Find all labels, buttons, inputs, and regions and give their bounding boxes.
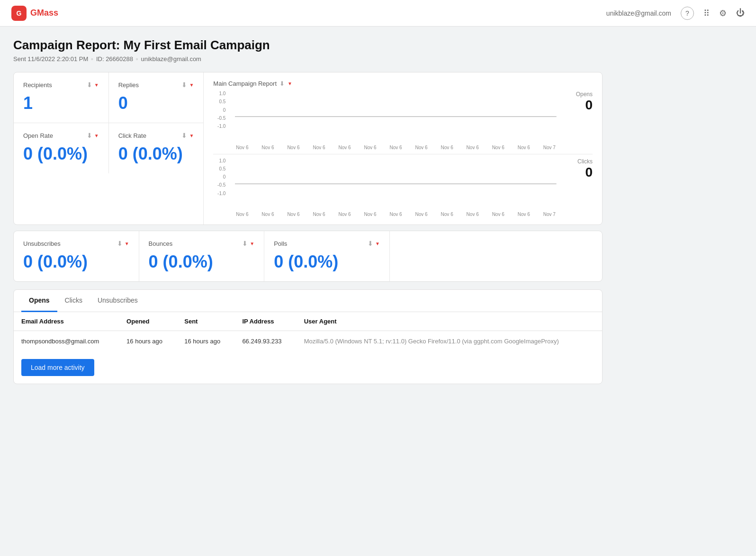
clicks-right-label: Clicks 0 — [564, 158, 593, 180]
campaign-user: unikblaze@gmail.com — [141, 55, 201, 63]
opens-chart-area: Nov 6Nov 6Nov 6Nov 6Nov 6Nov 6Nov 6Nov 6… — [235, 91, 557, 150]
clicks-chart-wrap: 1.0 0.5 0 -0.5 -1.0 Nov 6Nov 6Nov 6Nov 6… — [213, 158, 593, 217]
open-rate-value: 0 (0.0%) — [23, 144, 99, 164]
open-rate-card: Open Rate ⬇ ▼ 0 (0.0%) — [14, 123, 109, 173]
opens-chart-svg — [235, 91, 557, 143]
unsubscribes-actions: ⬇ ▼ — [117, 240, 129, 247]
bounces-value: 0 (0.0%) — [149, 252, 255, 272]
header-right: unikblaze@gmail.com ? ⠿ ⚙ ⏻ — [606, 7, 745, 20]
click-rate-card: Click Rate ⬇ ▼ 0 (0.0%) — [109, 123, 204, 173]
logo: G GMass — [11, 6, 58, 21]
bounces-download-icon[interactable]: ⬇ — [242, 240, 248, 247]
bottom-spacer — [390, 231, 602, 281]
polls-card: Polls ⬇ ▼ 0 (0.0%) — [264, 231, 390, 281]
row-sent: 16 hours ago — [177, 331, 234, 352]
replies-dropdown-icon[interactable]: ▼ — [189, 82, 194, 88]
unsubscribes-value: 0 (0.0%) — [23, 252, 129, 272]
row-user-agent: Mozilla/5.0 (Windows NT 5.1; rv:11.0) Ge… — [297, 331, 602, 352]
bounces-card: Bounces ⬇ ▼ 0 (0.0%) — [139, 231, 265, 281]
activity-table: Email Address Opened Sent IP Address Use… — [14, 312, 602, 351]
main-content: Campaign Report: My First Email Campaign… — [0, 27, 616, 395]
click-rate-download-icon[interactable]: ⬇ — [181, 132, 187, 139]
click-rate-actions: ⬇ ▼ — [181, 132, 194, 139]
clicks-chart-area: Nov 6Nov 6Nov 6Nov 6Nov 6Nov 6Nov 6Nov 6… — [235, 158, 557, 217]
tabs-section: Opens Clicks Unsubscribes Email Address … — [13, 289, 603, 384]
replies-actions: ⬇ ▼ — [181, 81, 194, 89]
replies-download-icon[interactable]: ⬇ — [181, 81, 187, 89]
replies-card: Replies ⬇ ▼ 0 — [109, 72, 204, 123]
polls-download-icon[interactable]: ⬇ — [368, 240, 373, 247]
col-opened: Opened — [119, 312, 177, 331]
col-ip: IP Address — [234, 312, 296, 331]
col-user-agent: User Agent — [297, 312, 602, 331]
unsubscribes-download-icon[interactable]: ⬇ — [117, 240, 123, 247]
campaign-id: ID: 26660288 — [96, 55, 133, 63]
tab-clicks[interactable]: Clicks — [57, 290, 90, 312]
click-rate-dropdown-icon[interactable]: ▼ — [189, 133, 194, 138]
open-rate-download-icon[interactable]: ⬇ — [87, 132, 92, 139]
page-subtitle: Sent 11/6/2022 2:20:01 PM ◦ ID: 26660288… — [13, 55, 603, 63]
chart-dropdown-icon[interactable]: ▼ — [288, 81, 292, 86]
tab-opens[interactable]: Opens — [21, 290, 57, 312]
unsubscribes-dropdown-icon[interactable]: ▼ — [125, 241, 129, 246]
clicks-chart-svg — [235, 158, 557, 210]
recipients-download-icon[interactable]: ⬇ — [87, 81, 92, 89]
header: G GMass unikblaze@gmail.com ? ⠿ ⚙ ⏻ — [0, 0, 756, 27]
grid-icon[interactable]: ⠿ — [703, 8, 710, 18]
chart-title: Main Campaign Report ⬇ ▼ — [213, 80, 593, 87]
tab-unsubscribes[interactable]: Unsubscribes — [90, 290, 145, 312]
table-body: thompsondboss@gmail.com 16 hours ago 16 … — [14, 331, 602, 352]
replies-label: Replies ⬇ ▼ — [118, 81, 194, 89]
sent-info: Sent 11/6/2022 2:20:01 PM — [13, 55, 88, 63]
polls-dropdown-icon[interactable]: ▼ — [375, 241, 380, 246]
bounces-dropdown-icon[interactable]: ▼ — [250, 241, 254, 246]
bounces-actions: ⬇ ▼ — [242, 240, 254, 247]
col-sent: Sent — [177, 312, 234, 331]
replies-value: 0 — [118, 93, 194, 113]
click-rate-value: 0 (0.0%) — [118, 144, 194, 164]
clicks-x-labels: Nov 6Nov 6Nov 6Nov 6Nov 6Nov 6Nov 6Nov 6… — [235, 212, 557, 217]
chart-download-icon[interactable]: ⬇ — [279, 80, 285, 87]
open-rate-label: Open Rate ⬇ ▼ — [23, 132, 99, 139]
click-rate-label: Click Rate ⬇ ▼ — [118, 132, 194, 139]
load-more-button[interactable]: Load more activity — [21, 359, 94, 376]
table-row: thompsondboss@gmail.com 16 hours ago 16 … — [14, 331, 602, 352]
power-icon[interactable]: ⏻ — [736, 8, 745, 18]
recipients-value: 1 — [23, 93, 99, 113]
settings-icon[interactable]: ⚙ — [719, 8, 727, 18]
table-head: Email Address Opened Sent IP Address Use… — [14, 312, 602, 331]
open-rate-actions: ⬇ ▼ — [87, 132, 99, 139]
stats-top: Recipients ⬇ ▼ 1 Replies ⬇ — [14, 72, 602, 224]
open-rate-dropdown-icon[interactable]: ▼ — [94, 133, 99, 138]
recipients-card: Recipients ⬇ ▼ 1 — [14, 72, 109, 123]
tabs-header: Opens Clicks Unsubscribes — [14, 290, 602, 312]
row-opened: 16 hours ago — [119, 331, 177, 352]
opens-x-labels: Nov 6Nov 6Nov 6Nov 6Nov 6Nov 6Nov 6Nov 6… — [235, 145, 557, 150]
col-email: Email Address — [14, 312, 119, 331]
table-wrap: Email Address Opened Sent IP Address Use… — [14, 312, 602, 351]
chart-section: Main Campaign Report ⬇ ▼ 1.0 0.5 0 -0.5 … — [203, 72, 602, 224]
stats-row-1: Recipients ⬇ ▼ 1 Replies ⬇ — [14, 72, 203, 123]
row-ip: 66.249.93.233 — [234, 331, 296, 352]
stats-row-2: Open Rate ⬇ ▼ 0 (0.0%) Click Rate — [14, 123, 203, 173]
polls-actions: ⬇ ▼ — [368, 240, 380, 247]
logo-icon: G — [11, 6, 27, 21]
opens-chart-wrap: 1.0 0.5 0 -0.5 -1.0 Nov 6Nov 6Nov 6Nov 6… — [213, 91, 593, 150]
logo-text: GMass — [30, 8, 58, 18]
chart-divider — [213, 154, 593, 154]
page-title: Campaign Report: My First Email Campaign — [13, 38, 603, 53]
recipients-label: Recipients ⬇ ▼ — [23, 81, 99, 89]
user-email: unikblaze@gmail.com — [606, 9, 671, 17]
load-more-area: Load more activity — [14, 351, 602, 384]
bottom-stats-section: Unsubscribes ⬇ ▼ 0 (0.0%) Bounces ⬇ ▼ 0 … — [13, 231, 603, 282]
stats-left: Recipients ⬇ ▼ 1 Replies ⬇ — [14, 72, 203, 224]
recipients-actions: ⬇ ▼ — [87, 81, 99, 89]
stats-chart-section: Recipients ⬇ ▼ 1 Replies ⬇ — [13, 72, 603, 225]
recipients-dropdown-icon[interactable]: ▼ — [94, 82, 99, 88]
bounces-label: Bounces ⬇ ▼ — [149, 240, 255, 247]
table-header-row: Email Address Opened Sent IP Address Use… — [14, 312, 602, 331]
help-icon[interactable]: ? — [681, 7, 694, 20]
polls-label: Polls ⬇ ▼ — [274, 240, 380, 247]
opens-right-label: Opens 0 — [564, 91, 593, 113]
unsubscribes-label: Unsubscribes ⬇ ▼ — [23, 240, 129, 247]
